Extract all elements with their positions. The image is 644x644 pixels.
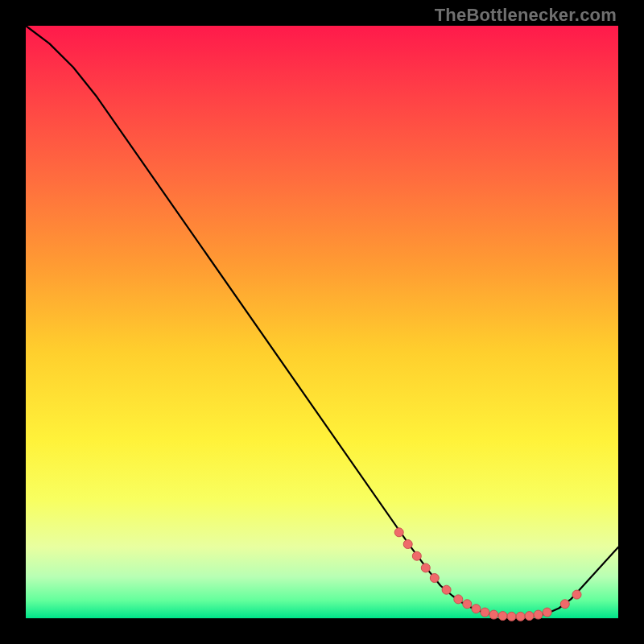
highlight-markers [394,528,581,621]
bottleneck-curve [26,26,618,617]
marker-point [412,551,421,560]
credit-label: TheBottlenecker.com [435,5,617,26]
marker-point [489,610,498,619]
marker-point [403,540,412,549]
marker-point [543,608,551,617]
marker-point [525,612,534,621]
chart-stage: TheBottlenecker.com [0,0,644,644]
marker-point [498,612,507,621]
marker-point [442,585,451,594]
marker-point [394,528,403,537]
marker-point [454,595,463,604]
marker-point [481,608,489,617]
plot-area [26,26,618,618]
marker-point [463,600,472,609]
marker-point [516,612,525,621]
curve-svg [26,26,618,618]
marker-point [472,605,481,613]
marker-point [572,590,581,599]
marker-point [507,612,516,621]
marker-point [421,564,430,572]
marker-point [430,574,439,583]
marker-point [534,610,543,619]
marker-point [560,600,569,609]
